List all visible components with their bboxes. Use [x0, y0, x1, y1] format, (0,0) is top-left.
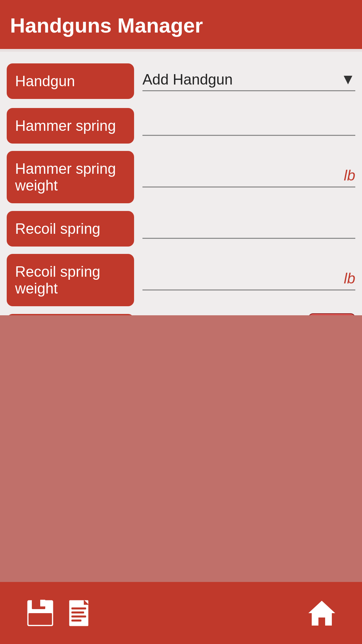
home-icon: [307, 598, 337, 628]
svg-marker-22: [308, 601, 335, 626]
fired-shots-row: Fired shots: [7, 312, 355, 315]
hammer-spring-weight-input[interactable]: [142, 167, 341, 184]
note-textarea[interactable]: [8, 322, 354, 576]
hammer-spring-label-button[interactable]: Hammer spring: [7, 108, 134, 144]
header: Handguns Manager: [0, 0, 362, 49]
add-shots-button[interactable]: [308, 313, 355, 315]
hammer-spring-weight-label-button[interactable]: Hammer spring weight: [7, 151, 134, 203]
handgun-input-area: Add Handgun ▼: [134, 71, 355, 91]
hammer-spring-weight-input-area: lb: [134, 167, 355, 187]
handgun-label-button[interactable]: Handgun: [7, 63, 134, 99]
recoil-spring-weight-label-button[interactable]: Recoil spring weight: [7, 254, 134, 306]
header-divider: [0, 49, 362, 52]
hammer-spring-input[interactable]: [142, 115, 355, 132]
recoil-spring-weight-input-area: lb: [134, 270, 355, 290]
recoil-spring-row: Recoil spring: [7, 209, 355, 248]
fired-shots-input-area: [134, 313, 355, 315]
hammer-spring-weight-unit: lb: [344, 167, 355, 184]
note-textarea-container: [0, 315, 362, 582]
svg-rect-21: [71, 620, 81, 622]
hammer-spring-input-wrap: [142, 115, 355, 136]
recoil-spring-input[interactable]: [142, 218, 355, 235]
recoil-spring-weight-unit: lb: [344, 270, 355, 287]
chevron-down-icon: ▼: [341, 71, 355, 88]
handgun-select[interactable]: Add Handgun: [142, 71, 337, 88]
recoil-spring-input-area: [134, 218, 355, 239]
recoil-spring-weight-input-wrap: lb: [142, 270, 355, 290]
save-icon: [25, 598, 55, 628]
svg-rect-18: [71, 607, 86, 609]
list-button[interactable]: [60, 593, 101, 633]
app-title: Handguns Manager: [10, 14, 203, 37]
home-button[interactable]: [302, 593, 342, 633]
main-content: Handgun Add Handgun ▼ Hammer spring Hamm…: [0, 52, 362, 315]
hammer-spring-weight-input-wrap: lb: [142, 167, 355, 187]
list-icon: [65, 598, 96, 628]
recoil-spring-label-button[interactable]: Recoil spring: [7, 211, 134, 247]
svg-rect-13: [28, 613, 52, 625]
svg-rect-19: [71, 611, 84, 613]
hammer-spring-row: Hammer spring: [7, 106, 355, 145]
hammer-spring-input-area: [134, 115, 355, 136]
recoil-spring-input-wrap: [142, 218, 355, 239]
handgun-dropdown-container: Add Handgun ▼: [142, 71, 355, 91]
svg-rect-14: [40, 600, 45, 606]
save-button[interactable]: [20, 593, 60, 633]
hammer-spring-weight-row: Hammer spring weight lb: [7, 151, 355, 203]
handgun-row: Handgun Add Handgun ▼: [7, 62, 355, 100]
bottom-nav: [0, 582, 362, 644]
svg-rect-20: [71, 615, 86, 618]
recoil-spring-weight-input[interactable]: [142, 270, 341, 287]
recoil-spring-weight-row: Recoil spring weight lb: [7, 254, 355, 306]
